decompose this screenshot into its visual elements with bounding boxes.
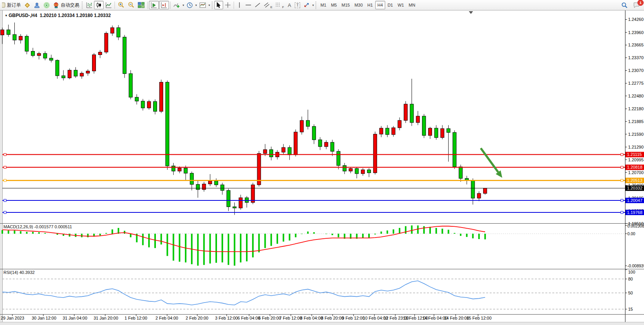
periods-dropdown-caret[interactable] [195, 1, 198, 9]
candle-body [434, 128, 438, 137]
trendline-tool-button[interactable] [253, 1, 262, 9]
auto-scroll-button[interactable] [149, 1, 159, 9]
candle-body [471, 180, 475, 198]
arrows-tool-button[interactable] [302, 1, 311, 9]
candle-body [318, 140, 322, 147]
indicators-button[interactable] [172, 1, 182, 9]
line-handle[interactable] [4, 153, 6, 156]
bar-chart-icon [86, 2, 92, 9]
line-handle[interactable] [4, 166, 6, 168]
templates-button[interactable] [198, 1, 208, 9]
time-axis-label: 7 Feb 12:00 [279, 316, 302, 320]
candle-body [154, 101, 157, 111]
timeframe-mn[interactable]: MN [406, 1, 417, 9]
price-axis-label: 1.23960 [628, 30, 644, 35]
text-tool-button[interactable]: A [285, 1, 293, 9]
new-order-button[interactable]: 新订单 [0, 1, 22, 9]
candle-body [13, 34, 16, 40]
arrows-icon [303, 2, 310, 8]
timeframe-h1[interactable]: H1 [365, 1, 375, 9]
arrows-dropdown-caret[interactable] [311, 1, 314, 9]
cursor-icon [216, 2, 222, 8]
candle-body [477, 193, 481, 198]
line-handle[interactable] [621, 166, 623, 168]
timeframe-w1[interactable]: W1 [395, 1, 407, 9]
candle-body [239, 198, 243, 208]
label-tool-button[interactable]: T [293, 1, 302, 9]
toolbar-grip[interactable] [315, 2, 316, 9]
candle-body [447, 128, 450, 132]
timeframe-m15[interactable]: M15 [339, 1, 352, 9]
zoom-in-icon [118, 2, 125, 9]
styler-button[interactable] [22, 1, 32, 9]
vline-tool-button[interactable] [235, 1, 244, 9]
left-window-strip [0, 10, 2, 322]
line-handle[interactable] [4, 179, 6, 181]
candle-body [159, 82, 163, 111]
price-axis-label: 1.20995 [628, 157, 644, 162]
line-handle[interactable] [621, 153, 623, 156]
line-handle[interactable] [621, 211, 623, 214]
toolbar-grip[interactable] [212, 2, 213, 9]
candle-body [68, 70, 71, 78]
notifications-button[interactable]: 1 [632, 1, 642, 9]
price-axis-label: 1.22480 [628, 94, 644, 98]
candle-body [178, 168, 181, 171]
chart-shift-button[interactable] [159, 1, 169, 9]
timeframe-m1[interactable]: M1 [318, 1, 328, 9]
candle-body [147, 101, 151, 108]
price-axis-label: 1.24260 [628, 17, 644, 22]
profile-icon [34, 2, 40, 9]
time-axis-label: 1 Feb 12:00 [125, 316, 147, 320]
channel-tool-button[interactable]: E [262, 1, 274, 9]
candle-body [233, 207, 236, 208]
chart-canvas[interactable]: 1.242601.239601.236651.233701.230701.227… [0, 0, 644, 325]
time-axis-label: 29 Jan 2023 [1, 316, 24, 320]
templates-dropdown-caret[interactable] [208, 1, 211, 9]
search-button[interactable] [620, 1, 629, 9]
cursor-tool-button[interactable] [214, 1, 223, 9]
vertical-line-icon [237, 2, 242, 8]
price-axis-label: 1.21590 [628, 132, 644, 137]
crosshair-tool-button[interactable] [223, 1, 232, 9]
new-order-icon [2, 2, 6, 8]
candle-body [386, 128, 389, 135]
rsi-axis-label: 100 [628, 270, 635, 274]
toolbar-grip[interactable] [82, 2, 83, 9]
chart-bars-button[interactable] [84, 1, 94, 9]
fibonacci-tool-button[interactable]: F [274, 1, 285, 9]
candle-body [392, 128, 395, 135]
timeframe-m5[interactable]: M5 [329, 1, 339, 9]
profile-button[interactable] [32, 1, 42, 9]
tile-windows-button[interactable] [136, 1, 146, 9]
chart-title[interactable]: GBPUSD-,H4 1.20210 1.20334 1.20180 1.203… [5, 13, 111, 18]
toolbar-separator [147, 2, 148, 9]
zoom-out-button[interactable] [126, 1, 136, 9]
periods-button[interactable] [185, 1, 195, 9]
time-axis-label: 9 Feb 12:00 [342, 316, 365, 320]
rsi-label: RSI(14) 40.3932 [3, 270, 35, 275]
line-handle[interactable] [621, 199, 623, 202]
line-handle[interactable] [621, 179, 623, 181]
auto-trading-button[interactable]: 自动交易 [51, 1, 81, 9]
tile-windows-icon [138, 2, 145, 9]
toolbar-right-group: 1 [620, 1, 642, 9]
signal-button[interactable] [42, 1, 51, 9]
chart-line-button[interactable] [104, 1, 113, 9]
zoom-in-button[interactable] [116, 1, 126, 9]
hline-tool-button[interactable] [244, 1, 253, 9]
price-axis-label: 1.21885 [628, 119, 644, 124]
chart-candles-button[interactable] [94, 1, 104, 9]
indicators-dropdown-caret[interactable] [182, 1, 185, 9]
candle-body [300, 120, 304, 132]
timeframe-d1[interactable]: D1 [385, 1, 395, 9]
line-handle[interactable] [4, 211, 6, 214]
auto-trading-label: 自动交易 [61, 2, 79, 9]
timeframe-h4[interactable]: H4 [375, 1, 385, 9]
candle-body [37, 53, 41, 56]
time-axis-label: 14 Feb 20:00 [444, 316, 469, 320]
timeframe-m30[interactable]: M30 [352, 1, 365, 9]
macd-axis-label: 0.002308 [627, 224, 644, 228]
line-handle[interactable] [4, 199, 6, 202]
candle-body [355, 169, 359, 174]
